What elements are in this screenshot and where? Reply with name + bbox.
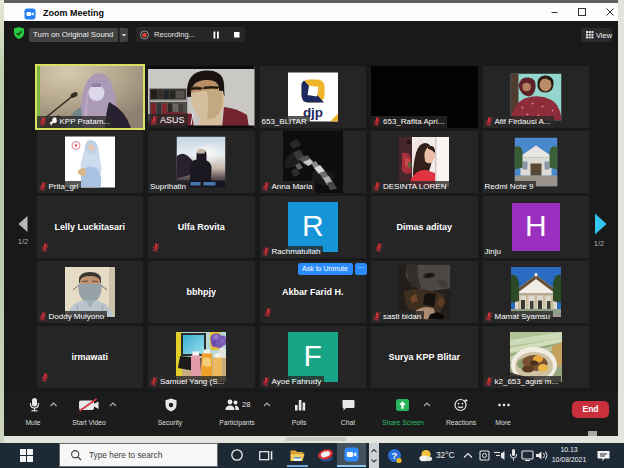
svg-text:28: 28 xyxy=(242,400,250,409)
svg-text:?: ? xyxy=(392,449,398,460)
